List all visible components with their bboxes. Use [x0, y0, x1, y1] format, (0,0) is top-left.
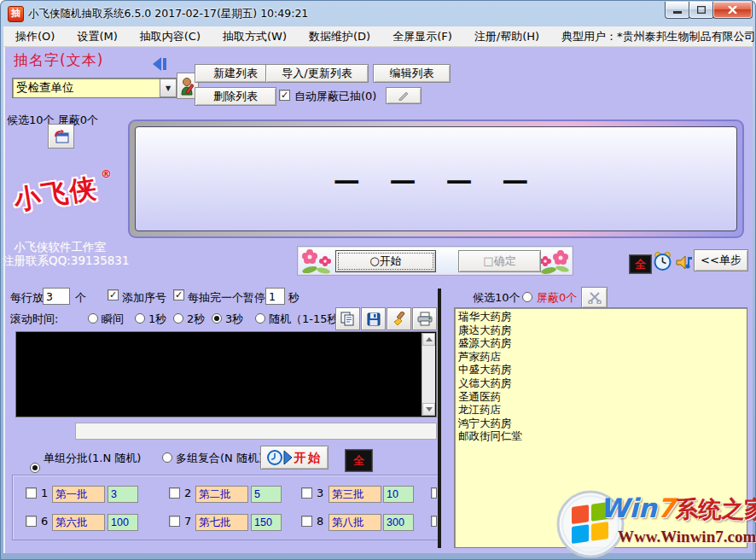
- menu-item-method[interactable]: 抽取方式(W): [223, 29, 287, 44]
- batch-count-1[interactable]: [108, 486, 138, 503]
- single-step-button[interactable]: <<单步: [694, 249, 748, 271]
- menu-bar: 操作(O) 设置(M) 抽取内容(C) 抽取方式(W) 数据维护(D) 全屏显示…: [3, 26, 753, 47]
- print-button[interactable]: [412, 307, 437, 330]
- list-item[interactable]: 义德大药房: [458, 376, 743, 390]
- minimize-button[interactable]: [665, 2, 690, 19]
- list-item[interactable]: 芦家药店: [458, 350, 743, 364]
- close-button[interactable]: [712, 2, 753, 19]
- window-title: 小飞侠随机抽取系统6.5.0 2017-02-17(星期五) 10:49:21: [28, 7, 308, 21]
- batch-name-6[interactable]: [52, 514, 105, 531]
- batch-count-6[interactable]: [108, 514, 138, 531]
- status-input[interactable]: [75, 423, 437, 440]
- batch-name-7[interactable]: [195, 514, 248, 531]
- result-textbox[interactable]: [15, 331, 437, 417]
- edit-list-button[interactable]: 编辑列表: [373, 64, 451, 83]
- batch-checkbox-2[interactable]: [169, 487, 180, 499]
- window-arrow-icon: [53, 129, 70, 144]
- menu-item-settings[interactable]: 设置(M): [77, 29, 117, 44]
- timer-clock-icon[interactable]: [653, 251, 672, 271]
- scroll-3s-radio[interactable]: [212, 313, 222, 324]
- menu-item-content[interactable]: 抽取内容(C): [140, 29, 201, 44]
- confirm-button[interactable]: □确定: [458, 250, 541, 272]
- printer-icon: [417, 312, 433, 326]
- delete-list-button[interactable]: 删除列表: [195, 87, 276, 106]
- import-list-button[interactable]: 导入/更新列表: [265, 64, 369, 83]
- menu-item-fullscreen[interactable]: 全屏显示(F): [393, 29, 452, 44]
- batch-checkbox-3[interactable]: [301, 487, 312, 499]
- pause-checkbox[interactable]: [173, 289, 184, 300]
- scroll-random-radio[interactable]: [255, 313, 265, 324]
- per-row-label: 每行放: [10, 290, 44, 306]
- close-icon: [728, 6, 737, 14]
- quick-edit-button[interactable]: [386, 87, 422, 104]
- batch-count-8[interactable]: [383, 514, 414, 531]
- clear-button[interactable]: [387, 307, 411, 330]
- scroll-up-button[interactable]: [422, 333, 435, 346]
- copy-button[interactable]: [335, 307, 360, 330]
- multi-batch-radio[interactable]: [162, 452, 172, 463]
- scroll-down-button[interactable]: [422, 403, 435, 416]
- sound-icon[interactable]: [676, 254, 695, 271]
- new-list-button[interactable]: 新建列表: [195, 64, 276, 83]
- scroll-1s-radio[interactable]: [135, 313, 145, 324]
- list-item[interactable]: 盛源大药房: [458, 336, 743, 350]
- batch-name-8[interactable]: [329, 514, 381, 531]
- list-item[interactable]: 鸿宁大药房: [458, 417, 743, 430]
- batch-name-2[interactable]: [195, 486, 248, 503]
- batch-no-7: 7: [184, 515, 191, 528]
- list-item[interactable]: 瑞华大药房: [458, 310, 743, 324]
- batch-name-3[interactable]: [329, 486, 381, 503]
- maximize-button[interactable]: [689, 2, 714, 19]
- title-bar[interactable]: 抽 小飞侠随机抽取系统6.5.0 2017-02-17(星期五) 10:49:2…: [0, 0, 756, 26]
- menu-item-help[interactable]: 注册/帮助(H): [474, 29, 539, 44]
- batch-name-1[interactable]: [52, 486, 105, 503]
- triangle-down-icon: [426, 407, 433, 411]
- scroll-instant-radio[interactable]: [88, 313, 98, 324]
- batch-checkbox-9-clipped[interactable]: [431, 516, 437, 527]
- watermark-seven: 7: [657, 493, 676, 523]
- batch-checkbox-6[interactable]: [26, 516, 37, 527]
- maximize-icon: [697, 6, 706, 14]
- scroll-time-label: 滚动时间:: [10, 312, 58, 327]
- batch-checkbox-1[interactable]: [26, 487, 37, 499]
- batch-count-3[interactable]: [383, 486, 414, 503]
- list-select[interactable]: 受检查单位 ▼: [12, 78, 178, 98]
- single-batch-radio[interactable]: [30, 463, 40, 473]
- list-item[interactable]: 康达大药房: [458, 324, 743, 337]
- auto-block-checkbox[interactable]: [279, 90, 290, 101]
- scroll-instant-label: 瞬间: [102, 312, 124, 327]
- batch-start-button[interactable]: 开始: [260, 446, 329, 470]
- fullscreen-toggle-icon[interactable]: 全: [629, 254, 652, 274]
- batch-count-7[interactable]: [251, 514, 282, 531]
- menu-item-data[interactable]: 数据维护(D): [309, 29, 370, 44]
- list-item[interactable]: 龙江药店: [458, 403, 743, 417]
- pause-label: 每抽完一个暂停: [188, 290, 265, 306]
- vertical-splitter[interactable]: [438, 289, 441, 548]
- scroll-2s-radio[interactable]: [173, 313, 183, 324]
- fullscreen-toggle-icon-2[interactable]: 全: [345, 449, 373, 472]
- watermark-url: Www.Winwin7.com: [618, 528, 756, 546]
- watermark-brand: Win7系统之家: [600, 493, 756, 525]
- list-item[interactable]: 圣通医药: [458, 390, 743, 404]
- add-index-checkbox[interactable]: [108, 289, 119, 300]
- app-icon: 抽: [8, 6, 24, 22]
- draw-display-inner: — — — —: [135, 126, 737, 231]
- batch-checkbox-8[interactable]: [301, 516, 312, 527]
- scrollbar[interactable]: [422, 333, 435, 416]
- start-button[interactable]: ○开始: [335, 250, 436, 272]
- batch-checkbox-4-clipped[interactable]: [431, 487, 437, 499]
- chevron-down-icon[interactable]: ▼: [160, 79, 177, 97]
- list-item[interactable]: 邮政街同仁堂: [458, 429, 743, 443]
- blocked-radio[interactable]: [522, 292, 532, 302]
- collapse-left-icon[interactable]: [150, 56, 169, 72]
- send-to-screen-button[interactable]: [48, 124, 74, 149]
- pause-seconds-input[interactable]: [265, 288, 285, 305]
- batch-checkbox-7[interactable]: [169, 516, 180, 527]
- minimize-icon: [673, 6, 682, 14]
- cut-button[interactable]: [581, 287, 608, 308]
- menu-item-operate[interactable]: 操作(O): [15, 29, 55, 44]
- batch-count-2[interactable]: [251, 486, 282, 503]
- list-item[interactable]: 中盛大药房: [458, 363, 743, 376]
- per-row-input[interactable]: [43, 288, 70, 305]
- save-button[interactable]: [361, 307, 386, 330]
